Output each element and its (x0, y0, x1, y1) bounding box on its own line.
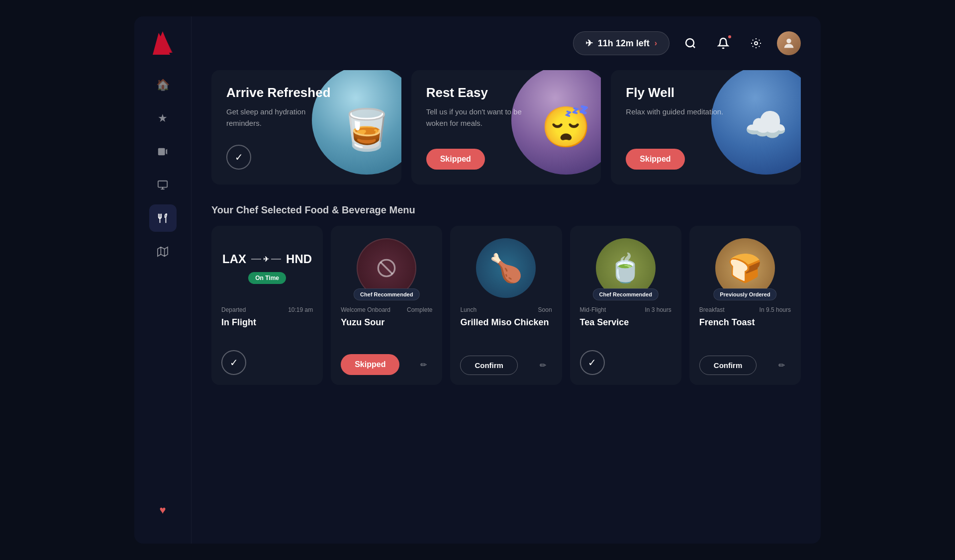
chicken-meta-left: Lunch (460, 306, 477, 313)
menu-card-grilled-miso-chicken: 🍗 Lunch Soon Grilled Miso Chicken Confir… (450, 226, 562, 385)
yuzu-skipped-button[interactable]: Skipped (341, 354, 399, 375)
sidebar-item-home[interactable]: 🏠 (149, 71, 177, 98)
yuzu-meta-left: Welcome Onboard (341, 306, 390, 313)
chicken-edit-button[interactable]: ✏ (534, 357, 552, 374)
yuzu-actions: Skipped ✏ (341, 354, 432, 375)
yuzu-name: Yuzu Sour (341, 317, 432, 328)
flight-arrow-icon: › (655, 39, 657, 48)
sidebar-nav: 🏠 ★ (149, 71, 177, 496)
toast-image-area: 🍞 Previously Ordered (699, 236, 791, 300)
flight-time-badge[interactable]: ✈ 11h 12m left › (573, 31, 669, 55)
sidebar-item-favorites[interactable]: ★ (149, 104, 177, 132)
tea-actions: ✓ (580, 350, 671, 375)
in-flight-meta-right: 10:19 am (288, 306, 313, 313)
menu-card-french-toast: 🍞 Previously Ordered Breakfast In 9.5 ho… (689, 226, 801, 385)
flight-icon: ✈ (585, 38, 593, 49)
toast-meta-left: Breakfast (699, 306, 725, 313)
menu-card-tea-service: 🍵 Chef Recommended Mid-Flight In 3 hours… (570, 226, 681, 385)
chicken-meta: Lunch Soon (460, 306, 552, 313)
yuzu-image-area: Chef Recommended (341, 236, 432, 300)
svg-point-13 (686, 39, 694, 47)
promo-rest-action: Skipped (426, 149, 586, 170)
toast-meta: Breakfast In 9.5 hours (699, 306, 791, 313)
notification-button[interactable] (711, 31, 735, 55)
menu-card-in-flight: LAX ✈ HND On Time Departed 10:19 (211, 226, 323, 385)
main-content: ✈ 11h 12m left › 🥃 (191, 16, 821, 544)
tea-badge: Chef Recommended (593, 288, 659, 300)
promo-arrive-action: ✓ (226, 145, 386, 170)
toast-badge: Previously Ordered (713, 288, 777, 300)
promo-rest-title: Rest Easy (426, 85, 586, 100)
user-avatar[interactable] (777, 31, 801, 55)
on-time-badge: On Time (248, 272, 286, 284)
header: ✈ 11h 12m left › (211, 31, 801, 55)
sidebar-item-heart[interactable]: ♥ (149, 496, 177, 524)
rest-skipped-button[interactable]: Skipped (426, 149, 485, 170)
in-flight-name: In Flight (221, 317, 313, 328)
svg-marker-10 (158, 247, 168, 256)
promo-card-fly-well: ☁️ Fly Well Relax with guided meditation… (611, 70, 801, 185)
svg-line-14 (693, 46, 695, 48)
promo-card-rest-easy: 😴 Rest Easy Tell us if you don't want to… (411, 70, 601, 185)
delta-logo[interactable] (145, 26, 180, 61)
origin: LAX (222, 252, 246, 266)
in-flight-check-button[interactable]: ✓ (221, 350, 246, 375)
promo-rest-desc: Tell us if you don't want to be woken fo… (426, 106, 526, 129)
menu-cards-row: LAX ✈ HND On Time Departed 10:19 (211, 226, 801, 385)
in-flight-image-area: LAX ✈ HND On Time (221, 236, 313, 300)
in-flight-meta: Departed 10:19 am (221, 306, 313, 313)
sidebar-item-tv[interactable] (149, 171, 177, 198)
tea-name: Tea Service (580, 317, 671, 328)
search-button[interactable] (678, 31, 702, 55)
svg-rect-4 (158, 148, 165, 155)
yuzu-meta-right: Complete (407, 306, 432, 313)
promo-arrive-title: Arrive Refreshed (226, 85, 386, 100)
tea-meta: Mid-Flight In 3 hours (580, 306, 671, 313)
fly-skipped-button[interactable]: Skipped (626, 149, 684, 170)
yuzu-badge: Chef Recommended (354, 288, 419, 300)
sidebar: 🏠 ★ ♥ (134, 16, 191, 544)
promo-fly-action: Skipped (626, 149, 786, 170)
in-flight-meta-left: Departed (221, 306, 246, 313)
toast-name: French Toast (699, 317, 791, 328)
toast-meta-right: In 9.5 hours (760, 306, 791, 313)
notification-dot (727, 34, 732, 39)
tea-check-button[interactable]: ✓ (580, 350, 605, 375)
yuzu-edit-button[interactable]: ✏ (414, 356, 432, 373)
tea-meta-right: In 3 hours (645, 306, 671, 313)
sidebar-bottom: ♥ (149, 496, 177, 524)
arrive-check-button[interactable]: ✓ (226, 145, 251, 170)
in-flight-actions: ✓ (221, 350, 313, 375)
settings-button[interactable] (744, 31, 768, 55)
flight-route: LAX ✈ HND On Time (222, 236, 312, 300)
promo-card-arrive-refreshed: 🥃 Arrive Refreshed Get sleep and hydrati… (211, 70, 401, 185)
sidebar-item-dining[interactable] (149, 204, 177, 232)
promo-arrive-desc: Get sleep and hydration reminders. (226, 106, 326, 129)
route-display: LAX ✈ HND (222, 252, 312, 266)
destination: HND (286, 252, 312, 266)
chicken-actions: Confirm ✏ (460, 356, 552, 375)
toast-confirm-button[interactable]: Confirm (699, 356, 757, 375)
sidebar-item-video[interactable] (149, 138, 177, 165)
sidebar-item-map[interactable] (149, 238, 177, 265)
svg-point-16 (786, 39, 791, 43)
menu-card-yuzu-sour: Chef Recommended Welcome Onboard Complet… (331, 226, 442, 385)
svg-marker-5 (166, 149, 167, 154)
toast-actions: Confirm ✏ (699, 356, 791, 375)
chicken-image-area: 🍗 (460, 236, 552, 300)
svg-point-15 (755, 42, 758, 45)
tea-meta-left: Mid-Flight (580, 306, 606, 313)
promo-fly-title: Fly Well (626, 85, 786, 100)
menu-section-title: Your Chef Selected Food & Beverage Menu (211, 204, 801, 216)
yuzu-meta: Welcome Onboard Complete (341, 306, 432, 313)
flight-time: 11h 12m left (598, 38, 650, 49)
promo-cards-row: 🥃 Arrive Refreshed Get sleep and hydrati… (211, 70, 801, 185)
chicken-confirm-button[interactable]: Confirm (460, 356, 518, 375)
svg-rect-6 (158, 181, 167, 187)
chicken-meta-right: Soon (538, 306, 552, 313)
toast-edit-button[interactable]: ✏ (773, 357, 791, 374)
chicken-food-image: 🍗 (476, 238, 536, 298)
chicken-name: Grilled Miso Chicken (460, 317, 552, 328)
svg-line-18 (381, 262, 392, 274)
tea-image-area: 🍵 Chef Recommended (580, 236, 671, 300)
